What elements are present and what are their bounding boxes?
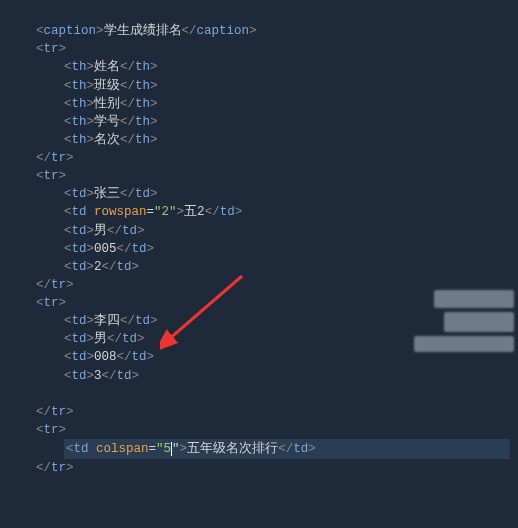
red-arrow-annotation — [160, 272, 250, 350]
tag-td: td — [72, 187, 87, 201]
tag-th: th — [72, 60, 87, 74]
cursor-line[interactable]: <td colspan="5">五年级名次排行</td> — [64, 439, 510, 459]
angle-bracket: < — [36, 24, 44, 38]
redacted-region — [414, 336, 514, 352]
redacted-region — [434, 290, 514, 308]
tag-tr: tr — [44, 42, 59, 56]
redacted-region — [444, 312, 514, 332]
attr-rowspan: rowspan — [94, 205, 147, 219]
caption-code-text: 学生成绩排名 — [104, 24, 182, 38]
tag-caption: caption — [44, 24, 97, 38]
attr-colspan: colspan — [96, 442, 149, 456]
svg-line-0 — [168, 276, 242, 340]
code-editor: <caption>学生成绩排名</caption> <tr> <th>姓名</t… — [0, 0, 518, 528]
